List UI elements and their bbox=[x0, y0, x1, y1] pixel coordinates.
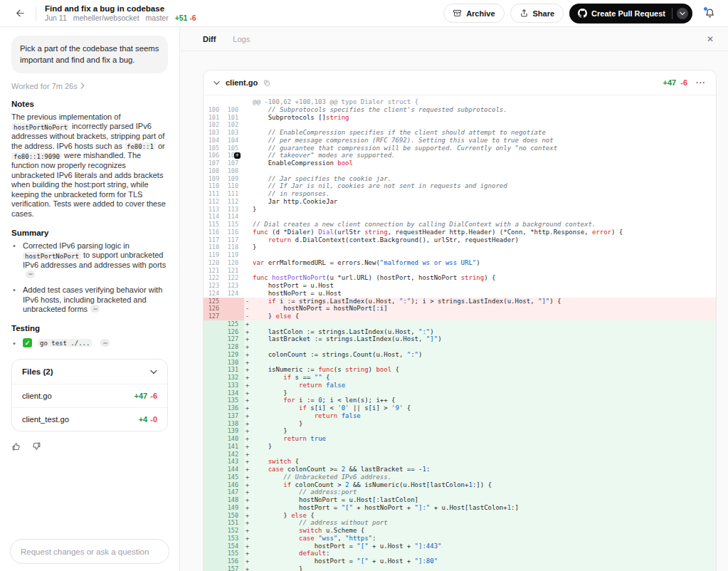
old-line-number bbox=[204, 443, 223, 451]
archive-button[interactable]: Archive bbox=[443, 4, 504, 23]
diff-sign: + bbox=[242, 466, 253, 473]
bullet-dot: • bbox=[11, 339, 17, 347]
file-row[interactable]: client_test.go+4-0 bbox=[12, 407, 167, 431]
diff-sign: + bbox=[242, 427, 253, 435]
new-line-number: 109 bbox=[223, 175, 242, 183]
task-meta: Jun 11 meheller/websocket master +51 -6 bbox=[45, 14, 196, 22]
archive-icon bbox=[453, 9, 462, 18]
diff-sign: + bbox=[242, 382, 253, 389]
file-row[interactable]: client.go+47-6 bbox=[12, 384, 167, 407]
bullet-dot: • bbox=[11, 241, 17, 281]
request-changes-input[interactable] bbox=[10, 539, 169, 564]
file-menu-button[interactable]: ··· bbox=[696, 78, 706, 87]
old-line-number bbox=[204, 527, 223, 535]
new-line-number: 140 bbox=[223, 435, 242, 443]
back-button[interactable] bbox=[11, 5, 28, 22]
diff-sign: + bbox=[242, 404, 253, 412]
diff-line: 152+ switch u.Scheme { bbox=[204, 527, 716, 535]
new-line-number: 110 bbox=[223, 182, 242, 190]
new-line-number: 155 bbox=[223, 550, 242, 557]
old-line-number bbox=[204, 473, 223, 481]
new-line-number: 101 bbox=[223, 114, 242, 122]
summary-list: •Corrected IPv6 parsing logic in hostPor… bbox=[11, 241, 168, 315]
diff-sign: + bbox=[242, 366, 253, 374]
add-comment-badge[interactable]: + bbox=[234, 152, 241, 159]
old-line-number bbox=[204, 458, 223, 466]
user-prompt-bubble: Pick a part of the codebase that seems i… bbox=[11, 36, 168, 73]
task-date: Jun 11 bbox=[45, 14, 67, 22]
new-line-number: 104 bbox=[223, 137, 242, 145]
diff-line: 146+ if colonCount > 2 && isNumeric(u.Ho… bbox=[204, 481, 716, 489]
create-pr-dropdown-button[interactable] bbox=[672, 4, 692, 23]
citation-chip[interactable] bbox=[26, 271, 35, 278]
thumbs-down-button[interactable] bbox=[31, 441, 41, 454]
branch-name: master bbox=[146, 14, 169, 22]
diff-sign bbox=[242, 236, 253, 244]
code-text bbox=[253, 451, 716, 459]
sidebar: Pick a part of the codebase that seems i… bbox=[0, 27, 180, 571]
task-title-block: Find and fix a bug in codebase Jun 11 me… bbox=[45, 4, 196, 22]
code-text: } else { bbox=[253, 512, 716, 520]
files-panel-header[interactable]: Files (2) bbox=[12, 360, 167, 384]
close-panel-button[interactable]: ✕ bbox=[707, 34, 714, 44]
diff-sign: + bbox=[242, 420, 253, 428]
citation-chip[interactable] bbox=[90, 305, 100, 313]
new-line-number: 105 bbox=[223, 145, 242, 152]
diff-sign: + bbox=[242, 512, 253, 520]
collapse-chevron-icon[interactable] bbox=[213, 80, 220, 85]
worked-for-row[interactable]: Worked for 7m 26s bbox=[11, 82, 168, 90]
new-line-number: 144 bbox=[223, 466, 242, 473]
old-line-number bbox=[204, 519, 223, 527]
diff-sign bbox=[242, 175, 253, 183]
create-pr-button[interactable]: Create Pull Request bbox=[569, 4, 672, 23]
diff-line: 115115// Dial creates a new client conne… bbox=[204, 221, 716, 229]
tab-logs[interactable]: Logs bbox=[233, 35, 250, 43]
diff-sign bbox=[242, 221, 253, 229]
new-line-number bbox=[223, 305, 242, 313]
code-text: return false bbox=[253, 412, 716, 420]
new-line-number: 132 bbox=[223, 374, 242, 382]
code-text: func hostPortNoPort(u *url.URL) (hostPor… bbox=[253, 274, 716, 282]
diff-line: 101101 Subprotocols []string bbox=[204, 114, 716, 122]
code-text: // EnableCompression specifies if the cl… bbox=[253, 129, 716, 137]
diff-line: 117117 return d.DialContext(context.Back… bbox=[204, 236, 716, 244]
new-line-number bbox=[223, 98, 242, 106]
new-line-number: 133 bbox=[223, 382, 242, 389]
summary-bullet: •Corrected IPv6 parsing logic in hostPor… bbox=[11, 241, 168, 281]
diff-sign bbox=[242, 152, 253, 159]
diff-line: 125- if i := strings.LastIndex(u.Host, "… bbox=[204, 298, 716, 305]
diff-sign: + bbox=[242, 519, 253, 527]
test-output-icon[interactable] bbox=[100, 339, 110, 347]
diff-line: 107107 EnableCompression bool bbox=[204, 159, 716, 167]
code-text: } bbox=[253, 427, 716, 435]
thumbs-down-icon bbox=[31, 441, 41, 451]
diff-line: 120120var errMalformedURL = errors.New("… bbox=[204, 259, 716, 267]
new-line-number: 137 bbox=[223, 412, 242, 420]
tab-diff[interactable]: Diff bbox=[203, 35, 216, 43]
code-text: // Subprotocols specifies the client's r… bbox=[253, 106, 716, 114]
diff-line: 112112 Jar http.CookieJar bbox=[204, 198, 716, 206]
diff-line: 127+ lastBracket := strings.LastIndex(u.… bbox=[204, 335, 716, 343]
new-line-number: 150 bbox=[223, 512, 242, 520]
code-text: case "wss", "https": bbox=[253, 535, 716, 543]
chevron-down-icon bbox=[680, 11, 685, 16]
old-line-number: 127 bbox=[204, 313, 223, 320]
feedback-row bbox=[11, 441, 168, 454]
diff-code: @@ -100,62 +100,103 @@ type Dialer struc… bbox=[204, 95, 716, 571]
diff-sign bbox=[242, 198, 253, 206]
share-button[interactable]: Share bbox=[510, 4, 564, 23]
diff-line: 116116func (d *Dialer) Dial(urlStr strin… bbox=[204, 229, 716, 236]
code-text: } bbox=[253, 420, 716, 428]
diff-line: 126+ lastColon := strings.LastIndex(u.Ho… bbox=[204, 328, 716, 336]
diff-sign: - bbox=[242, 298, 253, 305]
notifications-button[interactable] bbox=[701, 5, 718, 22]
code-text: // per message compression (RFC 7692). S… bbox=[253, 137, 716, 145]
diff-sign bbox=[242, 259, 253, 267]
copy-icon[interactable] bbox=[263, 79, 270, 87]
diff-line: 147+ // address:port bbox=[204, 488, 716, 496]
new-line-number: 131 bbox=[223, 366, 242, 374]
new-line-number: 154 bbox=[223, 543, 242, 550]
diff-line: 127- } else { bbox=[204, 313, 716, 320]
thumbs-up-button[interactable] bbox=[11, 441, 21, 454]
new-line-number: 122 bbox=[223, 274, 242, 282]
